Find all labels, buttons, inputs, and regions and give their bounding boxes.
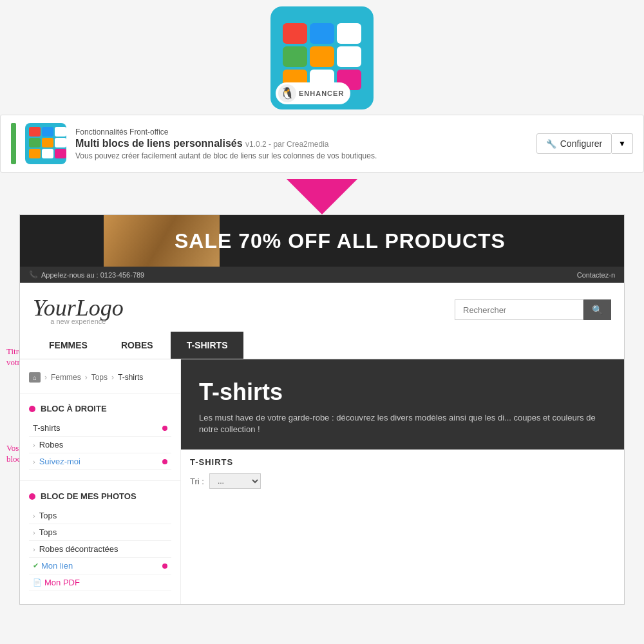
shop-sidebar: ⌂ › Femmes › Tops › T-shirts BLOC À DROI… xyxy=(20,359,181,604)
sidebar-link-robes[interactable]: › Robes xyxy=(29,437,171,453)
products-header: T-SHIRTS xyxy=(181,450,624,471)
configure-dropdown-button[interactable]: ▼ xyxy=(612,133,633,154)
module-text: Fonctionnalités Front-office Multi blocs… xyxy=(75,128,527,160)
pdf-icon: 📄 xyxy=(33,578,42,587)
sidebar-link-tops-1[interactable]: › Tops xyxy=(29,507,171,524)
phone-icon: 📞 xyxy=(29,270,38,279)
breadcrumb-tshirts: T-shirts xyxy=(118,373,143,382)
module-thumbnail xyxy=(25,123,66,164)
link-dot-mon-lien xyxy=(162,564,167,569)
icon-grid xyxy=(283,23,361,90)
module-info-bar: Fonctionnalités Front-office Multi blocs… xyxy=(0,115,644,173)
link-dot-suivez xyxy=(162,459,167,464)
pink-dot-icon xyxy=(29,406,35,412)
breadcrumb-tops: Tops xyxy=(91,373,108,382)
shop-tabs: FEMMES ROBES T-SHIRTS xyxy=(20,332,624,359)
enhancer-label: ENHANCER xyxy=(299,90,344,97)
module-name: Multi blocs de liens personnalisés v1.0.… xyxy=(75,138,527,149)
main-hero-desc: Les must have de votre garde-robe : déco… xyxy=(199,412,606,435)
icon-cell-3 xyxy=(337,23,361,44)
sort-bar: Tri : ... xyxy=(181,471,624,495)
icon-cell-1 xyxy=(283,23,307,44)
sidebar-link-suivez[interactable]: › Suivez-moi xyxy=(29,453,171,470)
module-icon-area: 🐧 ENHANCER xyxy=(0,0,644,115)
arrow-icon: › xyxy=(33,545,35,553)
sort-label: Tri : xyxy=(190,477,204,486)
shop-preview: SALE 70% OFF ALL PRODUCTS 📞 Appelez-nous… xyxy=(19,214,625,605)
shop-nav-contact: Contactez-n xyxy=(577,271,615,279)
shop-banner: SALE 70% OFF ALL PRODUCTS xyxy=(20,215,624,267)
shop-nav-phone: 📞 Appelez-nous au : 0123-456-789 xyxy=(29,270,144,279)
shop-main: T-shirts Les must have de votre garde-ro… xyxy=(181,359,624,604)
block-photos-title: BLOC DE MES PHOTOS xyxy=(29,491,171,501)
link-dot-tshirts xyxy=(162,426,167,431)
arrow-icon: › xyxy=(33,512,35,520)
breadcrumb-femmes: Femmes xyxy=(51,373,81,382)
icon-cell-2 xyxy=(310,23,334,44)
enhancer-badge: 🐧 ENHANCER xyxy=(276,82,350,104)
pink-dot-icon-2 xyxy=(29,493,35,500)
tab-femmes[interactable]: FEMMES xyxy=(33,332,104,359)
sidebar-block-photos: BLOC DE MES PHOTOS › Tops › Tops › Robes… xyxy=(20,485,180,598)
module-icon-box: 🐧 ENHANCER xyxy=(270,6,374,109)
status-indicator xyxy=(11,123,16,164)
sidebar-link-tops-2[interactable]: › Tops xyxy=(29,524,171,541)
search-button[interactable]: 🔍 xyxy=(583,299,611,320)
shop-logo-area: YourLogo a new experience 🔍 xyxy=(20,283,624,332)
sidebar-link-robes-decontractees[interactable]: › Robes décontractées xyxy=(29,541,171,558)
block-droite-title: BLOC À DROITE xyxy=(29,404,171,413)
wrench-icon: 🔧 xyxy=(546,139,556,149)
main-hero-title: T-shirts xyxy=(199,379,606,406)
shop-content: ⌂ › Femmes › Tops › T-shirts BLOC À DROI… xyxy=(20,359,624,604)
sidebar-block-droite: BLOC À DROITE T-shirts › Robes › Suivez-… xyxy=(20,397,180,477)
search-area: 🔍 xyxy=(455,299,611,320)
sidebar-divider-1 xyxy=(20,393,180,393)
sidebar-link-mon-pdf[interactable]: 📄 Mon PDF xyxy=(29,574,171,591)
configure-button-group[interactable]: 🔧 Configurer ▼ xyxy=(536,133,633,154)
arrow-icon: › xyxy=(33,529,35,536)
search-input[interactable] xyxy=(455,299,583,320)
icon-cell-6 xyxy=(337,46,361,67)
tab-robes[interactable]: ROBES xyxy=(105,332,169,359)
shop-nav-bar: 📞 Appelez-nous au : 0123-456-789 Contact… xyxy=(20,267,624,283)
penguin-icon: 🐧 xyxy=(278,84,296,102)
home-icon: ⌂ xyxy=(29,372,41,383)
check-icon: ✔ xyxy=(33,562,39,570)
module-category: Fonctionnalités Front-office xyxy=(75,128,527,137)
shop-logo: YourLogo a new experience xyxy=(33,294,124,325)
breadcrumb: ⌂ › Femmes › Tops › T-shirts xyxy=(20,366,180,389)
down-arrow-area xyxy=(0,179,644,214)
sidebar-divider-2 xyxy=(20,480,180,481)
icon-cell-5 xyxy=(310,46,334,67)
arrow-icon: › xyxy=(33,441,35,449)
main-hero: T-shirts Les must have de votre garde-ro… xyxy=(181,359,624,450)
sidebar-link-tshirts[interactable]: T-shirts xyxy=(29,420,171,437)
banner-sale-text: SALE 70% OFF ALL PRODUCTS xyxy=(175,229,506,253)
sidebar-link-mon-lien[interactable]: ✔ Mon lien xyxy=(29,558,171,574)
module-version: v1.0.2 - par Crea2media xyxy=(245,140,328,149)
shop-preview-wrapper: Titre devotre bloc Vos autresblocs... Le… xyxy=(0,214,644,605)
tab-tshirts[interactable]: T-SHIRTS xyxy=(171,332,244,359)
icon-cell-4 xyxy=(283,46,307,67)
configure-button[interactable]: 🔧 Configurer xyxy=(536,133,612,154)
down-arrow-icon xyxy=(287,179,357,214)
module-description: Vous pouvez créer facilement autant de b… xyxy=(75,151,527,160)
arrow-icon: › xyxy=(33,458,35,466)
sort-select[interactable]: ... xyxy=(209,473,261,489)
